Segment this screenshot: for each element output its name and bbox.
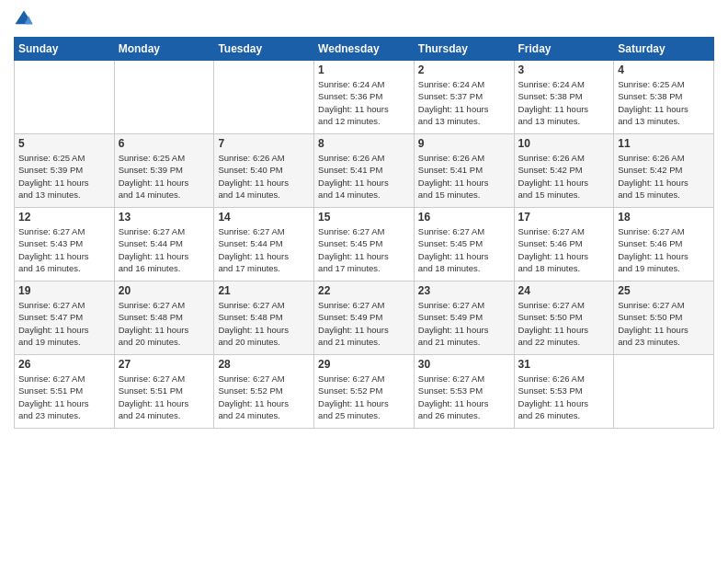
day-cell: 27Sunrise: 6:27 AM Sunset: 5:51 PM Dayli… — [114, 355, 214, 429]
day-info: Sunrise: 6:27 AM Sunset: 5:44 PM Dayligh… — [119, 225, 210, 274]
calendar-table: SundayMondayTuesdayWednesdayThursdayFrid… — [14, 37, 714, 429]
day-cell: 15Sunrise: 6:27 AM Sunset: 5:45 PM Dayli… — [314, 208, 415, 282]
day-cell — [114, 61, 214, 134]
day-cell: 4Sunrise: 6:25 AM Sunset: 5:38 PM Daylig… — [614, 61, 714, 134]
day-number: 28 — [218, 358, 310, 371]
day-info: Sunrise: 6:27 AM Sunset: 5:52 PM Dayligh… — [318, 373, 410, 421]
day-info: Sunrise: 6:27 AM Sunset: 5:45 PM Dayligh… — [318, 225, 410, 274]
day-info: Sunrise: 6:24 AM Sunset: 5:38 PM Dayligh… — [518, 78, 610, 127]
day-number: 21 — [218, 284, 310, 297]
col-header-saturday: Saturday — [614, 38, 714, 61]
day-cell — [15, 61, 115, 134]
header-row: SundayMondayTuesdayWednesdayThursdayFrid… — [15, 38, 714, 61]
day-info: Sunrise: 6:27 AM Sunset: 5:50 PM Dayligh… — [518, 299, 610, 348]
week-row-3: 12Sunrise: 6:27 AM Sunset: 5:43 PM Dayli… — [15, 208, 714, 282]
day-number: 8 — [318, 137, 410, 150]
day-cell: 2Sunrise: 6:24 AM Sunset: 5:37 PM Daylig… — [414, 61, 514, 134]
col-header-tuesday: Tuesday — [214, 38, 314, 61]
page: SundayMondayTuesdayWednesdayThursdayFrid… — [0, 0, 728, 563]
day-info: Sunrise: 6:25 AM Sunset: 5:39 PM Dayligh… — [119, 152, 210, 201]
day-number: 4 — [618, 63, 710, 76]
day-info: Sunrise: 6:27 AM Sunset: 5:48 PM Dayligh… — [119, 299, 210, 348]
col-header-wednesday: Wednesday — [314, 38, 415, 61]
day-number: 27 — [119, 358, 210, 371]
week-row-2: 5Sunrise: 6:25 AM Sunset: 5:39 PM Daylig… — [15, 134, 714, 208]
day-info: Sunrise: 6:26 AM Sunset: 5:42 PM Dayligh… — [518, 152, 610, 201]
day-number: 1 — [318, 63, 410, 76]
day-cell: 30Sunrise: 6:27 AM Sunset: 5:53 PM Dayli… — [414, 355, 514, 429]
day-number: 2 — [418, 63, 510, 76]
day-info: Sunrise: 6:27 AM Sunset: 5:51 PM Dayligh… — [119, 373, 210, 421]
day-cell: 10Sunrise: 6:26 AM Sunset: 5:42 PM Dayli… — [514, 134, 614, 208]
week-row-5: 26Sunrise: 6:27 AM Sunset: 5:51 PM Dayli… — [15, 355, 714, 429]
day-info: Sunrise: 6:27 AM Sunset: 5:47 PM Dayligh… — [18, 299, 110, 348]
day-number: 3 — [518, 63, 610, 76]
day-number: 13 — [119, 211, 210, 224]
day-cell — [614, 355, 714, 429]
day-info: Sunrise: 6:27 AM Sunset: 5:50 PM Dayligh… — [618, 299, 710, 348]
day-number: 31 — [518, 358, 610, 371]
day-info: Sunrise: 6:27 AM Sunset: 5:44 PM Dayligh… — [218, 225, 310, 274]
day-number: 23 — [418, 284, 510, 297]
day-number: 14 — [218, 211, 310, 224]
day-info: Sunrise: 6:27 AM Sunset: 5:48 PM Dayligh… — [218, 299, 310, 348]
logo — [14, 9, 38, 29]
day-cell: 20Sunrise: 6:27 AM Sunset: 5:48 PM Dayli… — [114, 282, 214, 355]
day-cell: 8Sunrise: 6:26 AM Sunset: 5:41 PM Daylig… — [314, 134, 415, 208]
day-info: Sunrise: 6:25 AM Sunset: 5:39 PM Dayligh… — [18, 152, 110, 201]
day-number: 17 — [518, 211, 610, 224]
col-header-friday: Friday — [514, 38, 614, 61]
day-info: Sunrise: 6:27 AM Sunset: 5:49 PM Dayligh… — [418, 299, 510, 348]
day-number: 9 — [418, 137, 510, 150]
day-info: Sunrise: 6:27 AM Sunset: 5:53 PM Dayligh… — [418, 373, 510, 421]
day-info: Sunrise: 6:24 AM Sunset: 5:37 PM Dayligh… — [418, 78, 510, 127]
day-number: 30 — [418, 358, 510, 371]
day-number: 25 — [618, 284, 710, 297]
day-number: 29 — [318, 358, 410, 371]
day-info: Sunrise: 6:26 AM Sunset: 5:41 PM Dayligh… — [318, 152, 410, 201]
day-cell: 19Sunrise: 6:27 AM Sunset: 5:47 PM Dayli… — [15, 282, 115, 355]
day-cell: 11Sunrise: 6:26 AM Sunset: 5:42 PM Dayli… — [614, 134, 714, 208]
col-header-sunday: Sunday — [15, 38, 115, 61]
day-cell: 3Sunrise: 6:24 AM Sunset: 5:38 PM Daylig… — [514, 61, 614, 134]
day-cell: 7Sunrise: 6:26 AM Sunset: 5:40 PM Daylig… — [214, 134, 314, 208]
day-number: 19 — [18, 284, 110, 297]
day-cell: 28Sunrise: 6:27 AM Sunset: 5:52 PM Dayli… — [214, 355, 314, 429]
day-number: 22 — [318, 284, 410, 297]
day-info: Sunrise: 6:27 AM Sunset: 5:49 PM Dayligh… — [318, 299, 410, 348]
week-row-4: 19Sunrise: 6:27 AM Sunset: 5:47 PM Dayli… — [15, 282, 714, 355]
col-header-thursday: Thursday — [414, 38, 514, 61]
day-info: Sunrise: 6:24 AM Sunset: 5:36 PM Dayligh… — [318, 78, 410, 127]
col-header-monday: Monday — [114, 38, 214, 61]
day-info: Sunrise: 6:26 AM Sunset: 5:40 PM Dayligh… — [218, 152, 310, 201]
day-cell: 18Sunrise: 6:27 AM Sunset: 5:46 PM Dayli… — [614, 208, 714, 282]
day-info: Sunrise: 6:25 AM Sunset: 5:38 PM Dayligh… — [618, 78, 710, 127]
day-cell: 21Sunrise: 6:27 AM Sunset: 5:48 PM Dayli… — [214, 282, 314, 355]
day-info: Sunrise: 6:27 AM Sunset: 5:51 PM Dayligh… — [18, 373, 110, 421]
day-cell: 5Sunrise: 6:25 AM Sunset: 5:39 PM Daylig… — [15, 134, 115, 208]
day-cell: 6Sunrise: 6:25 AM Sunset: 5:39 PM Daylig… — [114, 134, 214, 208]
day-info: Sunrise: 6:26 AM Sunset: 5:53 PM Dayligh… — [518, 373, 610, 421]
day-number: 24 — [518, 284, 610, 297]
day-number: 18 — [618, 211, 710, 224]
day-cell: 31Sunrise: 6:26 AM Sunset: 5:53 PM Dayli… — [514, 355, 614, 429]
day-info: Sunrise: 6:27 AM Sunset: 5:46 PM Dayligh… — [618, 225, 710, 274]
day-cell: 9Sunrise: 6:26 AM Sunset: 5:41 PM Daylig… — [414, 134, 514, 208]
day-cell: 1Sunrise: 6:24 AM Sunset: 5:36 PM Daylig… — [314, 61, 415, 134]
day-number: 26 — [18, 358, 110, 371]
day-cell: 14Sunrise: 6:27 AM Sunset: 5:44 PM Dayli… — [214, 208, 314, 282]
header — [14, 9, 714, 29]
day-number: 20 — [119, 284, 210, 297]
day-info: Sunrise: 6:27 AM Sunset: 5:45 PM Dayligh… — [418, 225, 510, 274]
day-cell: 22Sunrise: 6:27 AM Sunset: 5:49 PM Dayli… — [314, 282, 415, 355]
day-cell: 29Sunrise: 6:27 AM Sunset: 5:52 PM Dayli… — [314, 355, 415, 429]
day-cell: 25Sunrise: 6:27 AM Sunset: 5:50 PM Dayli… — [614, 282, 714, 355]
day-number: 5 — [18, 137, 110, 150]
day-info: Sunrise: 6:26 AM Sunset: 5:42 PM Dayligh… — [618, 152, 710, 201]
day-cell: 26Sunrise: 6:27 AM Sunset: 5:51 PM Dayli… — [15, 355, 115, 429]
day-cell — [214, 61, 314, 134]
day-cell: 17Sunrise: 6:27 AM Sunset: 5:46 PM Dayli… — [514, 208, 614, 282]
day-cell: 24Sunrise: 6:27 AM Sunset: 5:50 PM Dayli… — [514, 282, 614, 355]
day-cell: 13Sunrise: 6:27 AM Sunset: 5:44 PM Dayli… — [114, 208, 214, 282]
day-info: Sunrise: 6:27 AM Sunset: 5:46 PM Dayligh… — [518, 225, 610, 274]
